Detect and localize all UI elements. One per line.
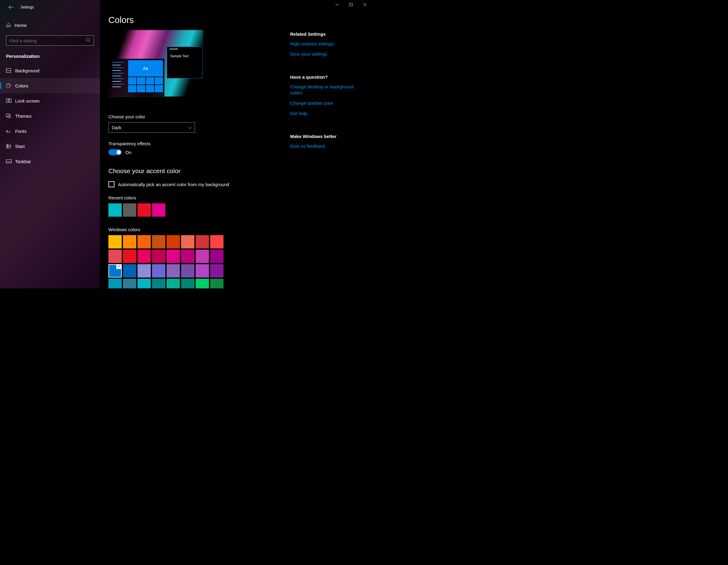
sidebar: Settings Home Personalization Background… [0,0,100,288]
windows-color-swatch[interactable] [137,250,151,263]
dropdown-value: Dark [112,125,121,130]
windows-colors-label: Windows colors [108,227,287,232]
windows-color-swatch[interactable] [152,279,165,288]
windows-color-swatch[interactable] [137,279,151,288]
windows-color-swatch[interactable] [196,279,209,288]
link-change-desktop-colors[interactable]: Change desktop or background colors [290,84,360,96]
theme-preview: Aa Sample Text [108,30,203,97]
themes-icon [6,114,15,118]
link-get-help[interactable]: Get help [290,111,360,117]
windows-color-swatch[interactable] [123,264,136,278]
preview-tile: Aa [128,60,163,77]
windows-color-swatch[interactable] [123,279,136,288]
windows-color-swatch[interactable] [210,235,223,249]
windows-color-swatch[interactable] [137,235,151,249]
windows-color-swatch[interactable] [210,279,223,288]
windows-color-swatch[interactable] [152,264,165,278]
taskbar-icon [6,160,15,163]
question-heading: Have a question? [290,74,360,80]
link-change-taskbar-color[interactable]: Change taskbar color [290,100,360,106]
home-button[interactable]: Home [0,19,100,32]
windows-color-swatch[interactable] [123,235,136,249]
choose-color-label: Choose your color [108,114,287,119]
fonts-icon: AA [6,129,15,133]
make-better-heading: Make Windows better [290,134,360,139]
search-input[interactable] [6,35,94,46]
svg-point-2 [86,38,89,41]
auto-pick-label: Automatically pick an accent color from … [118,182,229,187]
windows-color-swatch[interactable] [108,264,122,278]
nav-taskbar[interactable]: Taskbar [0,154,100,169]
windows-color-swatch[interactable] [210,264,223,278]
section-label: Personalization [0,46,100,63]
svg-rect-13 [8,144,11,146]
svg-rect-12 [6,144,8,146]
start-icon [6,144,15,148]
minimize-button[interactable] [330,0,344,9]
windows-color-swatch[interactable] [167,250,180,263]
svg-rect-8 [8,100,10,102]
windows-color-swatch[interactable] [108,235,122,249]
related-settings-heading: Related Settings [290,31,360,37]
windows-color-swatch[interactable] [196,250,209,263]
back-button[interactable] [5,1,17,13]
close-button[interactable] [358,0,372,9]
windows-color-swatch[interactable] [152,235,165,249]
link-high-contrast[interactable]: High contrast settings [290,41,360,47]
nav-label: Start [15,144,25,149]
windows-color-swatch[interactable] [167,235,180,249]
accent-heading: Choose your accent color [108,167,287,175]
chevron-down-icon [188,125,192,130]
windows-color-swatch[interactable] [196,235,209,249]
recent-color-swatch[interactable] [123,203,136,217]
windows-color-swatch[interactable] [108,250,122,263]
windows-color-swatch[interactable] [181,279,194,288]
search-field[interactable] [9,38,86,43]
windows-color-swatch[interactable] [152,250,165,263]
windows-color-swatch[interactable] [181,235,194,249]
auto-pick-checkbox[interactable] [108,181,114,187]
preview-sample-text: Sample Text [170,54,199,58]
recent-color-swatch[interactable] [152,203,165,217]
nav-label: Taskbar [15,159,31,164]
windows-color-swatch[interactable] [123,250,136,263]
lock-screen-icon [6,99,15,103]
nav-background[interactable]: Background [0,63,100,78]
windows-color-swatch[interactable] [181,264,194,278]
windows-color-swatch[interactable] [167,279,180,288]
nav-themes[interactable]: Themes [0,108,100,124]
recent-color-swatch[interactable] [108,203,122,217]
nav-label: Lock screen [15,98,40,104]
recent-colors-label: Recent colors [108,195,287,200]
recent-color-swatch[interactable] [137,203,151,217]
svg-point-5 [8,84,9,85]
svg-rect-14 [6,146,8,148]
link-sync-settings[interactable]: Sync your settings [290,51,360,57]
page-title: Colors [108,15,287,25]
nav-fonts[interactable]: AA Fonts [0,124,100,139]
maximize-button[interactable] [344,0,358,9]
app-title: Settings [21,5,34,9]
search-icon [86,38,91,43]
transparency-toggle[interactable] [108,149,122,155]
windows-color-swatch[interactable] [137,264,151,278]
palette-icon [6,83,15,88]
nav-colors[interactable]: Colors [0,78,100,93]
choose-color-dropdown[interactable]: Dark [108,122,195,133]
nav-label: Fonts [15,129,27,134]
preview-window: Sample Text [167,47,203,78]
svg-rect-16 [6,160,12,163]
windows-color-swatch[interactable] [167,264,180,278]
nav-start[interactable]: Start [0,139,100,154]
svg-rect-0 [336,5,339,5]
link-give-feedback[interactable]: Give us feedback [290,143,360,149]
nav-lock-screen[interactable]: Lock screen [0,93,100,108]
windows-color-swatch[interactable] [196,264,209,278]
windows-color-swatch[interactable] [108,279,122,288]
picture-icon [6,68,15,73]
windows-color-swatch[interactable] [210,250,223,263]
home-icon [6,22,15,28]
nav-label: Colors [15,83,28,88]
windows-color-swatch[interactable] [181,250,194,263]
svg-point-4 [7,85,8,85]
